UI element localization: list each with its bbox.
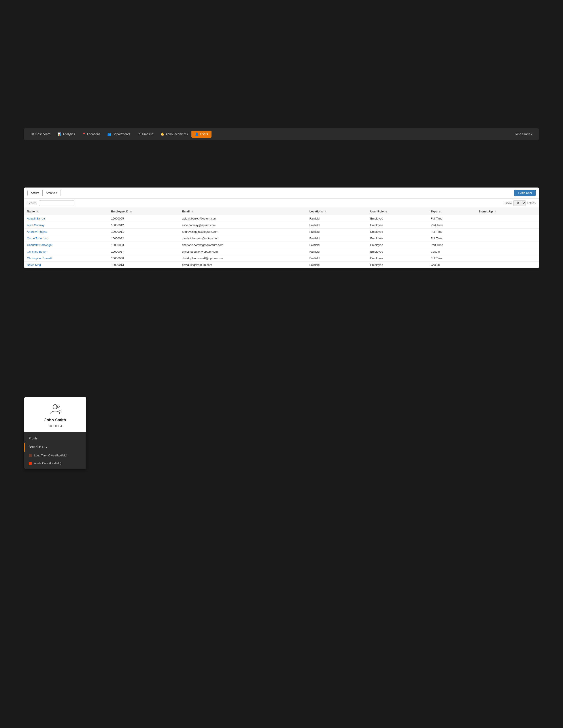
cell-signedup (476, 229, 539, 235)
nav-item-departments[interactable]: 👥 Departments (104, 131, 133, 138)
navbar: ⊞ Dashboard 📊 Analytics 📍 Locations 👥 De… (24, 128, 539, 140)
cell-email: christina.butler@optum.com (179, 248, 307, 255)
locations-icon: 📍 (82, 132, 86, 136)
entries-select[interactable]: 50 25 100 (513, 200, 526, 206)
cell-type: Part Time (428, 222, 476, 229)
user-link[interactable]: Alice Conway (27, 223, 44, 227)
user-link[interactable]: David King (27, 263, 41, 266)
cell-name: Christina Butler (24, 248, 108, 255)
cell-empid: 10000011 (108, 229, 179, 235)
cell-email: david.king@optum.com (179, 262, 307, 268)
menu-item-schedules[interactable]: Schedules ▾ (24, 443, 86, 452)
sort-icon-role: ⇅ (385, 210, 387, 213)
nav-label-departments: Departments (112, 132, 130, 136)
cell-type: Casual (428, 248, 476, 255)
cell-type: Casual (428, 262, 476, 268)
users-table: Name ⇅ Employee ID ⇅ Email ⇅ Locations ⇅… (24, 208, 539, 268)
analytics-icon: 📊 (58, 132, 61, 136)
cell-location: Fairfield (307, 248, 368, 255)
user-link[interactable]: Carrie Toberman (27, 237, 48, 240)
schedule-dot-ac (29, 462, 32, 465)
user-link[interactable]: Christina Butler (27, 250, 47, 253)
cell-type: Full Time (428, 229, 476, 235)
add-user-button[interactable]: + Add User (514, 190, 536, 196)
cell-empid: 10000037 (108, 248, 179, 255)
search-input[interactable] (39, 200, 74, 206)
table-row: Christopher Burnett 10000038 christopher… (24, 255, 539, 262)
entries-label: entries (527, 201, 536, 205)
sort-icon-locations: ⇅ (325, 210, 326, 213)
cell-name: David King (24, 262, 108, 268)
col-name[interactable]: Name ⇅ (24, 208, 108, 215)
nav-label-locations: Locations (87, 132, 100, 136)
cell-location: Fairfield (307, 255, 368, 262)
cell-role: Employee (368, 235, 428, 242)
col-user-role[interactable]: User Role ⇅ (368, 208, 428, 215)
col-email[interactable]: Email ⇅ (179, 208, 307, 215)
menu-item-profile[interactable]: Profile (24, 434, 86, 443)
sort-icon-email: ⇅ (191, 210, 193, 213)
table-row: Christina Butler 10000037 christina.butl… (24, 248, 539, 255)
cell-role: Employee (368, 215, 428, 222)
cell-email: abigail.barrett@optum.com (179, 215, 307, 222)
table-row: Charlotte Cartwright 10000033 charlotte.… (24, 242, 539, 248)
tab-archived[interactable]: Archived (43, 190, 60, 196)
cell-signedup (476, 215, 539, 222)
cell-signedup (476, 262, 539, 268)
sort-icon-signedup: ⇅ (495, 210, 496, 213)
schedule-dot-ltc (29, 454, 32, 457)
cell-location: Fairfield (307, 242, 368, 248)
cell-email: andrew.higgins@optum.com (179, 229, 307, 235)
col-employee-id[interactable]: Employee ID ⇅ (108, 208, 179, 215)
col-type[interactable]: Type ⇅ (428, 208, 476, 215)
table-row: Carrie Toberman 10000032 carrie.toberman… (24, 235, 539, 242)
cell-role: Employee (368, 248, 428, 255)
schedule-item-ac[interactable]: Acute Care (Fairfield) (24, 459, 86, 467)
nav-label-users: Users (200, 132, 208, 136)
col-locations[interactable]: Locations ⇅ (307, 208, 368, 215)
nav-item-dashboard[interactable]: ⊞ Dashboard (28, 131, 54, 138)
departments-icon: 👥 (107, 132, 111, 136)
nav-user-menu[interactable]: John Smith ▾ (512, 131, 535, 138)
cell-location: Fairfield (307, 229, 368, 235)
cell-email: charlotte.cartwright@optum.com (179, 242, 307, 248)
cell-type: Part Time (428, 242, 476, 248)
cell-email: carrie.toberman@optum.com (179, 235, 307, 242)
user-link[interactable]: Christopher Burnett (27, 257, 52, 260)
side-panel-id: 10000004 (48, 424, 62, 428)
cell-name: Abigail Barrett (24, 215, 108, 222)
cell-role: Employee (368, 255, 428, 262)
nav-item-users[interactable]: 👤 Users (191, 131, 212, 138)
nav-item-announcements[interactable]: 🔔 Announcements (157, 131, 191, 138)
nav-user-name: John Smith (515, 132, 530, 136)
sort-icon-type: ⇅ (439, 210, 441, 213)
cell-empid: 10000012 (108, 222, 179, 229)
nav-label-dashboard: Dashboard (35, 132, 51, 136)
cell-empid: 10000005 (108, 215, 179, 222)
show-entries: Show 50 25 100 entries (505, 200, 536, 206)
table-row: David King 10000013 david.king@optum.com… (24, 262, 539, 268)
cell-location: Fairfield (307, 222, 368, 229)
cell-empid: 10000032 (108, 235, 179, 242)
nav-item-analytics[interactable]: 📊 Analytics (54, 131, 79, 138)
schedule-item-ltc[interactable]: Long Term Care (Fairfield) (24, 452, 86, 459)
profile-label: Profile (29, 437, 38, 440)
cell-empid: 10000038 (108, 255, 179, 262)
cell-signedup (476, 222, 539, 229)
cell-role: Employee (368, 229, 428, 235)
cell-location: Fairfield (307, 235, 368, 242)
nav-label-announcements: Announcements (165, 132, 188, 136)
cell-email: christopher.burnett@optum.com (179, 255, 307, 262)
nav-item-locations[interactable]: 📍 Locations (79, 131, 104, 138)
cell-role: Employee (368, 222, 428, 229)
col-signed-up[interactable]: Signed Up ⇅ (476, 208, 539, 215)
cell-role: Employee (368, 262, 428, 268)
sort-icon-empid: ⇅ (130, 210, 132, 213)
users-header: Active Archived + Add User (24, 188, 539, 199)
user-link[interactable]: Abigail Barrett (27, 217, 45, 220)
nav-item-timeoff[interactable]: ⏱ Time Off (134, 131, 157, 138)
user-link[interactable]: Andrew Higgins (27, 230, 47, 233)
tab-active[interactable]: Active (27, 190, 43, 196)
user-link[interactable]: Charlotte Cartwright (27, 243, 53, 247)
dashboard-icon: ⊞ (31, 132, 34, 136)
